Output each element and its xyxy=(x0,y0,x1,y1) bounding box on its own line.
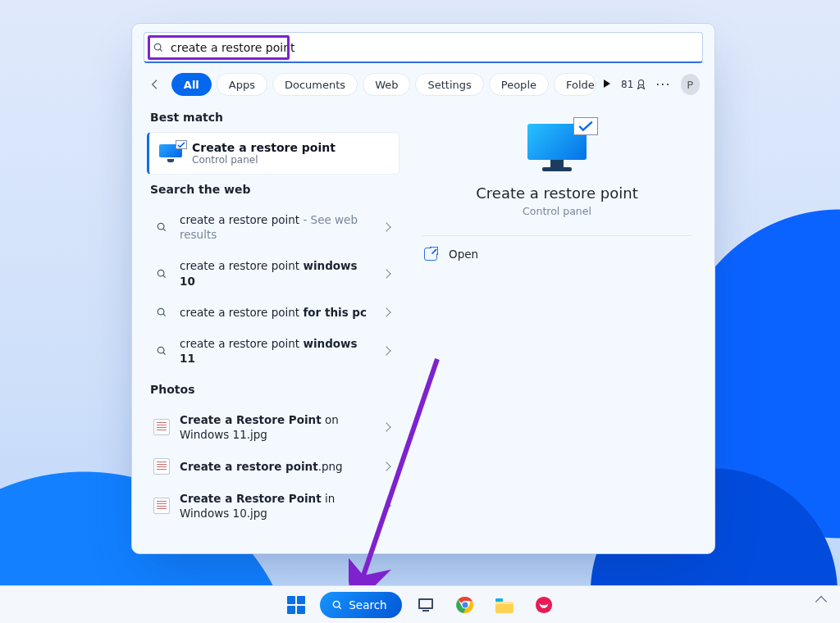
section-best-match: Best match xyxy=(150,111,399,124)
photo-result[interactable]: Create a Restore Point in Windows 10.jpg xyxy=(147,483,399,529)
section-photos: Photos xyxy=(150,383,399,396)
task-view-icon xyxy=(418,598,434,612)
web-result-text: create a restore point windows 11 xyxy=(180,336,373,366)
svg-point-21 xyxy=(536,596,552,612)
file-explorer-app[interactable] xyxy=(489,591,520,619)
more-options[interactable]: ··· xyxy=(651,77,675,93)
web-result[interactable]: create a restore point windows 11 xyxy=(147,328,399,374)
filter-documents[interactable]: Documents xyxy=(272,73,358,96)
web-result-text: create a restore point windows 10 xyxy=(180,258,373,288)
search-icon xyxy=(153,268,170,280)
search-bar[interactable] xyxy=(144,32,703,63)
svg-point-0 xyxy=(154,43,161,50)
best-match-title: Create a restore point xyxy=(192,141,336,154)
filter-web[interactable]: Web xyxy=(363,73,410,96)
filter-people[interactable]: People xyxy=(489,73,549,96)
filter-row: AllAppsDocumentsWebSettingsPeopleFolders… xyxy=(132,63,714,102)
arrow-left-icon xyxy=(148,78,162,91)
chevron-right-icon xyxy=(381,347,390,356)
taskbar: Search xyxy=(0,585,840,623)
filter-settings[interactable]: Settings xyxy=(415,73,483,96)
medal-icon xyxy=(637,79,646,90)
chevron-right-icon xyxy=(381,502,390,511)
search-icon xyxy=(153,221,170,233)
preview-sub: Control panel xyxy=(523,205,591,217)
tray-expand[interactable] xyxy=(815,596,827,607)
preview-title: Create a restore point xyxy=(476,184,638,202)
svg-point-5 xyxy=(158,270,164,276)
web-result[interactable]: create a restore point - See web results xyxy=(147,204,399,250)
search-icon xyxy=(331,599,343,611)
open-label: Open xyxy=(449,248,478,261)
svg-line-6 xyxy=(163,275,166,278)
points-value: 81 xyxy=(621,79,633,90)
open-icon xyxy=(424,248,437,261)
svg-line-1 xyxy=(160,48,162,51)
image-thumbnail-icon xyxy=(153,458,170,475)
open-action[interactable]: Open xyxy=(422,236,692,272)
svg-line-10 xyxy=(163,352,166,355)
svg-rect-14 xyxy=(420,600,431,607)
pinned-app[interactable] xyxy=(528,591,559,619)
search-icon xyxy=(153,307,170,318)
svg-line-12 xyxy=(339,606,341,608)
photo-result-text: Create a Restore Point on Windows 11.jpg xyxy=(180,412,373,442)
photo-result-text: Create a Restore Point in Windows 10.jpg xyxy=(180,491,373,521)
svg-point-9 xyxy=(158,348,164,354)
svg-line-4 xyxy=(163,229,166,231)
filter-all[interactable]: All xyxy=(171,73,212,96)
start-button[interactable] xyxy=(281,591,312,619)
windows-logo-icon xyxy=(287,596,305,614)
svg-point-2 xyxy=(639,80,644,85)
filter-apps[interactable]: Apps xyxy=(217,73,267,96)
web-result-text: create a restore point - See web results xyxy=(180,212,373,242)
play-icon xyxy=(603,79,611,89)
preview-restore-point-icon xyxy=(527,124,587,171)
web-result[interactable]: create a restore point for this pc xyxy=(147,297,399,328)
filter-folders[interactable]: Folders xyxy=(554,73,596,96)
image-thumbnail-icon xyxy=(153,498,170,514)
chevron-right-icon xyxy=(381,422,390,431)
image-thumbnail-icon xyxy=(153,419,170,435)
chevron-right-icon xyxy=(381,223,390,232)
app-icon xyxy=(535,596,553,614)
svg-rect-19 xyxy=(495,598,503,602)
photo-result[interactable]: Create a restore point.png xyxy=(147,450,399,483)
svg-rect-15 xyxy=(422,610,429,612)
best-match-result[interactable]: Create a restore point Control panel xyxy=(147,132,399,175)
filter-scroll-right[interactable] xyxy=(603,78,611,91)
search-input[interactable] xyxy=(171,41,694,54)
svg-line-8 xyxy=(163,314,166,316)
search-icon xyxy=(153,345,170,357)
user-avatar[interactable]: P xyxy=(681,74,700,95)
chrome-icon xyxy=(456,596,474,614)
search-panel: AllAppsDocumentsWebSettingsPeopleFolders… xyxy=(131,23,715,554)
photo-result[interactable]: Create a Restore Point on Windows 11.jpg xyxy=(147,404,399,450)
restore-point-icon xyxy=(159,144,182,162)
rewards-points[interactable]: 81 xyxy=(621,79,646,90)
preview-column: Create a restore point Control panel Ope… xyxy=(408,102,706,542)
folder-icon xyxy=(495,597,514,613)
photo-result-text: Create a restore point.png xyxy=(180,459,373,474)
web-result[interactable]: create a restore point windows 10 xyxy=(147,250,399,296)
svg-point-3 xyxy=(158,224,164,230)
taskbar-search-button[interactable]: Search xyxy=(320,592,401,618)
results-column: Best match Create a restore point Contro… xyxy=(147,102,399,542)
search-icon xyxy=(153,42,164,53)
chevron-right-icon xyxy=(381,307,390,316)
back-button[interactable] xyxy=(147,75,163,93)
chrome-app[interactable] xyxy=(450,591,481,619)
web-result-text: create a restore point for this pc xyxy=(180,305,373,320)
section-search-web: Search the web xyxy=(150,183,399,196)
chevron-right-icon xyxy=(381,462,390,471)
svg-rect-20 xyxy=(495,602,514,604)
taskbar-search-label: Search xyxy=(349,598,386,612)
svg-point-11 xyxy=(334,601,340,607)
svg-point-7 xyxy=(158,308,164,315)
chevron-right-icon xyxy=(381,269,390,278)
task-view-button[interactable] xyxy=(410,591,441,619)
best-match-sub: Control panel xyxy=(192,154,336,166)
